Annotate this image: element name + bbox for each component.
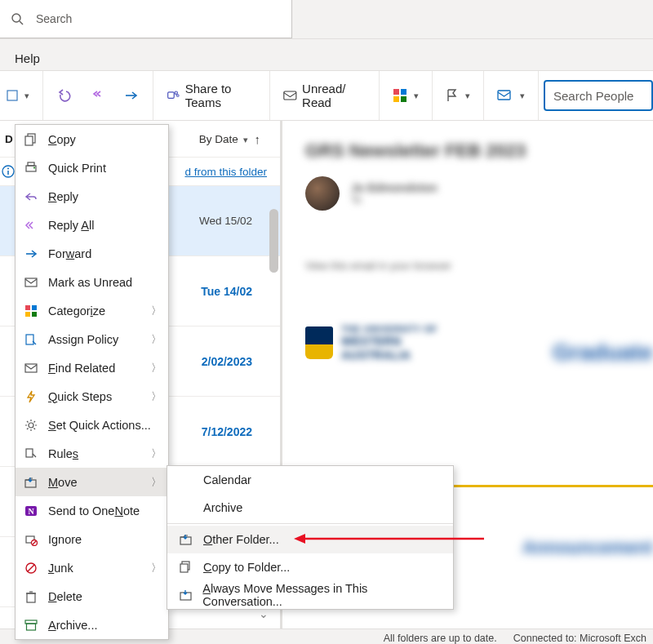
ctx-assign-policy[interactable]: Assign Policy〉 [16, 325, 168, 353]
ignore-icon [24, 532, 38, 547]
ctx-quick-print[interactable]: Quick Print [16, 153, 168, 182]
undo-button[interactable] [51, 84, 78, 107]
ctx-quick-steps[interactable]: Quick Steps〉 [16, 382, 168, 411]
ctx-reply-all[interactable]: Reply All [16, 211, 168, 239]
gear-icon [24, 418, 38, 433]
forward-icon [24, 246, 38, 261]
svg-point-5 [175, 91, 177, 94]
global-search-box[interactable]: Search [0, 0, 292, 38]
move-copy-to-folder[interactable]: Copy to Folder... [167, 553, 453, 581]
chevron-right-icon: 〉 [151, 361, 162, 375]
find-related-icon [24, 361, 38, 375]
uwa-text-3: AUSTRALIA [341, 349, 438, 362]
svg-rect-47 [27, 593, 35, 602]
svg-line-35 [34, 428, 36, 429]
svg-rect-9 [401, 89, 406, 95]
new-items-ribbon-button[interactable]: ▾ [492, 85, 530, 106]
svg-rect-24 [32, 305, 37, 310]
ctx-ignore[interactable]: Ignore [16, 525, 168, 553]
chevron-right-icon: 〉 [151, 446, 162, 461]
scroll-thumb[interactable] [269, 209, 278, 273]
svg-rect-51 [27, 624, 36, 630]
svg-rect-2 [7, 91, 17, 100]
list-scrollbar[interactable] [269, 209, 278, 486]
ctx-set-quick-actions[interactable]: Set Quick Actions... [16, 411, 168, 439]
ctx-reply[interactable]: Reply [16, 182, 168, 211]
announcement-heading: Announcement [522, 537, 653, 558]
copy-to-folder-icon [179, 560, 193, 575]
ribbon-dropdown[interactable]: ▾ [2, 87, 34, 104]
archive-icon [24, 618, 38, 633]
print-icon [24, 161, 38, 175]
annotation-arrow [292, 531, 488, 547]
ctx-move[interactable]: Move〉 [16, 468, 168, 496]
move-archive[interactable]: Archive [167, 494, 453, 522]
svg-rect-54 [180, 564, 188, 572]
ctx-archive[interactable]: Archive... [16, 611, 168, 639]
svg-point-6 [176, 95, 179, 97]
reply-all-icon [24, 218, 38, 233]
chevron-right-icon: 〉 [151, 561, 162, 575]
categorize-ribbon-button[interactable]: ▾ [388, 85, 424, 106]
svg-rect-8 [393, 89, 399, 95]
reply-icon [24, 189, 38, 204]
ctx-junk[interactable]: Junk〉 [16, 553, 168, 582]
chevron-right-icon: 〉 [151, 389, 162, 404]
junk-icon [24, 561, 38, 575]
share-to-teams-button[interactable]: Share to Teams [162, 78, 261, 113]
column-header-d: D [5, 133, 13, 145]
ctx-delete[interactable]: Delete [16, 582, 168, 611]
email-subject: GRS Newsletter FEB 2023 [305, 140, 630, 162]
svg-line-1 [20, 21, 23, 24]
search-people-placeholder: Search People [553, 89, 633, 103]
svg-rect-22 [25, 278, 37, 286]
move-always-move[interactable]: Always Move Messages in This Conversatio… [167, 581, 453, 609]
chevron-right-icon: 〉 [151, 475, 162, 490]
svg-point-15 [7, 168, 9, 170]
global-search-placeholder: Search [36, 12, 72, 25]
ctx-find-related[interactable]: Find Related〉 [16, 353, 168, 382]
sort-by-date[interactable]: By Date ▾ [199, 133, 248, 145]
sort-direction-icon[interactable]: ↑ [255, 132, 261, 146]
svg-rect-10 [393, 96, 399, 102]
uwa-text-1: THE UNIVERSITY OF [341, 324, 438, 335]
tab-help[interactable]: Help [15, 51, 40, 65]
categorize-icon [24, 304, 38, 318]
svg-rect-26 [32, 312, 37, 317]
chevron-right-icon: 〉 [151, 304, 162, 318]
svg-point-20 [33, 167, 35, 168]
sender-to: To [351, 194, 438, 206]
svg-rect-4 [168, 92, 175, 99]
rules-icon [24, 446, 38, 461]
sender-row: Jo Edmondston To [305, 176, 630, 211]
sender-avatar [305, 176, 340, 211]
ctx-categorize[interactable]: Categorize〉 [16, 296, 168, 325]
move-calendar[interactable]: Calendar [167, 466, 453, 494]
svg-point-29 [29, 423, 33, 428]
ctx-rules[interactable]: Rules〉 [16, 439, 168, 468]
search-people-input[interactable]: Search People [544, 80, 653, 111]
ctx-send-onenote[interactable]: NSend to OneNote [16, 496, 168, 525]
svg-rect-25 [25, 312, 30, 317]
flag-ribbon-button[interactable]: ▾ [441, 85, 475, 106]
search-icon [10, 11, 24, 26]
view-in-browser-hint: View this email in your browser [305, 260, 630, 272]
svg-rect-17 [25, 136, 33, 145]
status-folders: All folders are up to date. [384, 633, 497, 644]
ctx-mark-unread[interactable]: Mark as Unread [16, 268, 168, 296]
svg-rect-23 [25, 305, 30, 310]
context-menu: Copy Quick Print Reply Reply All Forward… [15, 124, 169, 640]
status-connection: Connected to: Microsoft Exch [513, 633, 646, 644]
onenote-icon: N [24, 504, 38, 518]
redo-button[interactable] [118, 84, 144, 107]
undo-all-button[interactable] [84, 84, 112, 107]
focused-folder-link[interactable]: d from this folder [184, 166, 267, 178]
trash-icon [24, 589, 38, 604]
ctx-copy[interactable]: Copy [16, 125, 168, 153]
copy-icon [24, 132, 38, 147]
unread-read-button[interactable]: Unread/ Read [278, 78, 371, 113]
svg-rect-12 [498, 91, 510, 100]
ctx-forward[interactable]: Forward [16, 239, 168, 268]
svg-marker-57 [294, 534, 305, 544]
svg-text:N: N [28, 507, 34, 516]
